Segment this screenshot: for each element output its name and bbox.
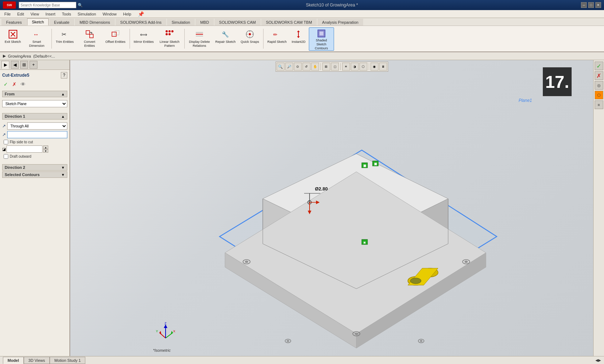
flip-side-checkbox[interactable] [4,140,8,144]
svg-point-47 [355,333,358,335]
svg-text:Y: Y [156,329,158,333]
vp-display-button[interactable]: ⊞ [322,63,330,71]
bottom-tabs-bar: Model 3D Views Motion Study 1 ◀▶ [0,356,604,364]
smart-dimension-button[interactable]: ↔ Smart Dimension [24,27,49,51]
tab-mbd-dimensions[interactable]: MBD Dimensions [75,19,115,26]
right-panel: ✓ ✗ ◎ ⬡ ≡ [593,60,604,356]
ribbon-separator-2 [130,29,130,49]
feature-tree-arrow[interactable]: ▶ [3,54,6,58]
feature-tree-model: GrowingArea [8,54,31,58]
svg-marker-70 [316,201,320,204]
menu-edit[interactable]: Edit [14,11,27,17]
selected-contours-section-title: Selected Contours [5,172,40,177]
tab-model[interactable]: Model [3,357,24,364]
menu-insert[interactable]: Insert [42,11,58,17]
menu-help[interactable]: Help [120,11,134,17]
direction1-type-dropdown[interactable]: Through All Blind Up to Surface [7,122,67,130]
direction2-section-header[interactable]: Direction 2 ▼ [2,164,67,171]
svg-text:Z: Z [164,322,167,325]
flip-side-row: Flip side to cut [2,140,67,144]
offset-entities-button[interactable]: Offset Entities [104,27,127,51]
draft-angle-up-button[interactable]: ▲ [43,145,48,149]
vp-more-button[interactable]: 🖥 [379,63,387,71]
vp-render-button[interactable]: ⬡ [359,63,367,71]
knowledge-base-search[interactable] [19,2,76,8]
search-icon[interactable]: 🔍 [78,3,83,8]
vp-hide-show-button[interactable]: ◉ [370,63,378,71]
tab-sketch[interactable]: Sketch [27,18,49,26]
panel-help-button[interactable]: ? [61,72,67,78]
svg-point-10 [166,30,168,32]
draft-angle-row: ◪ ▲ ▼ [2,145,67,153]
confirm-preview-button[interactable]: 👁 [19,81,27,88]
shaded-sketch-contours-button[interactable]: Shaded Sketch Contours [309,27,334,51]
svg-point-51 [420,340,422,342]
direction1-depth-input[interactable] [7,131,67,138]
tab-3d-views[interactable]: 3D Views [24,357,50,364]
tab-motion-study[interactable]: Motion Study 1 [50,357,85,364]
vp-lighting-button[interactable]: ☀ [342,63,350,71]
linear-sketch-pattern-button[interactable]: Linear Sketch Pattern [157,27,182,51]
minimize-button[interactable]: ─ [581,2,587,8]
selected-contours-section-header[interactable]: Selected Contours ▼ [2,171,67,178]
mirror-entities-button[interactable]: ⟺ Mirror Entities [132,27,156,51]
close-button[interactable]: ✕ [595,2,601,8]
trim-entities-label: Trim Entities [56,40,74,44]
menu-simulation[interactable]: Simulation [75,11,99,17]
confirm-ok-button[interactable]: ✓ [2,81,9,88]
3d-model-svg: ▣ ▣ ▣ Ø2.80 [70,60,593,356]
vp-pan-button[interactable]: ✋ [311,63,319,71]
right-eye-icon[interactable]: ◎ [595,81,603,90]
trim-entities-button[interactable]: ✂ Trim Entities [54,27,76,51]
vp-zoom-out-button[interactable]: 🔍 [276,63,284,71]
rapid-sketch-button[interactable]: ✏ Rapid Sketch [266,27,289,51]
maximize-button[interactable]: □ [588,2,594,8]
tab-simulation[interactable]: Simulation [167,19,195,26]
menu-pin-icon[interactable]: 📌 [138,11,144,17]
svg-marker-35 [225,172,486,334]
draft-outward-checkbox[interactable] [4,154,8,159]
draft-angle-input[interactable] [6,145,42,153]
instant2d-button[interactable]: Instant2D [290,27,307,51]
vp-view-button[interactable]: ◻ [331,63,339,71]
panel-tab-custom[interactable]: + [30,61,37,69]
quick-snaps-button[interactable]: Quick Snaps [239,27,261,51]
display-delete-relations-icon [194,28,205,40]
tab-evaluate[interactable]: Evaluate [49,19,74,26]
tab-features[interactable]: Features [1,19,26,26]
confirm-cancel-button[interactable]: ✗ [11,81,18,88]
vp-zoom-in-button[interactable]: 🔎 [285,63,293,71]
viewport[interactable]: 🔍 🔎 ⊙ ↺ ✋ ⊞ ◻ ☀ ◑ ⬡ ◉ 🖥 Plane1 17. [70,60,593,356]
vp-zoom-fit-button[interactable]: ⊙ [294,63,302,71]
menu-tools[interactable]: Tools [59,11,74,17]
menu-file[interactable]: File [1,11,14,17]
from-section-header[interactable]: From ▲ [2,91,67,97]
draft-angle-down-button[interactable]: ▼ [43,149,48,153]
tab-solidworks-addins[interactable]: SOLIDWORKS Add-Ins [116,19,166,26]
tab-solidworks-cam[interactable]: SOLIDWORKS CAM [215,19,261,26]
display-delete-relations-button[interactable]: Display Delete Relations [187,27,212,51]
panel-tab-config[interactable]: ⊞ [20,61,28,69]
zoom-slider[interactable]: ◀▶ [595,358,601,362]
svg-text:▣: ▣ [374,162,377,166]
vp-scene-button[interactable]: ◑ [351,63,359,71]
exit-sketch-button[interactable]: Exit Sketch [3,27,23,51]
menu-window[interactable]: Window [100,11,120,17]
right-color-icon[interactable]: ⬡ [595,91,603,99]
tab-mbd[interactable]: MBD [195,19,213,26]
vp-rotate-button[interactable]: ↺ [302,63,310,71]
tab-solidworks-cam-tbm[interactable]: SOLIDWORKS CAM TBM [261,19,317,26]
solidworks-logo: SW [3,1,16,9]
from-dropdown[interactable]: Sketch Plane [2,100,67,107]
right-x-icon[interactable]: ✗ [595,71,603,80]
right-appearance-icon[interactable]: ≡ [595,100,603,109]
repair-sketch-button[interactable]: 🔧 Repair Sketch [213,27,238,51]
menu-view[interactable]: View [28,11,42,17]
panel-tab-feature[interactable]: ▶ [1,61,9,69]
panel-tab-property[interactable]: ◀ [11,61,19,69]
svg-point-11 [168,30,171,32]
tab-analysis-preparation[interactable]: Analysis Preparation [317,19,363,26]
direction1-section-header[interactable]: Direction 1 ▲ [2,113,67,120]
convert-entities-button[interactable]: Convert Entities [77,27,102,51]
right-check-icon[interactable]: ✓ [595,62,603,70]
